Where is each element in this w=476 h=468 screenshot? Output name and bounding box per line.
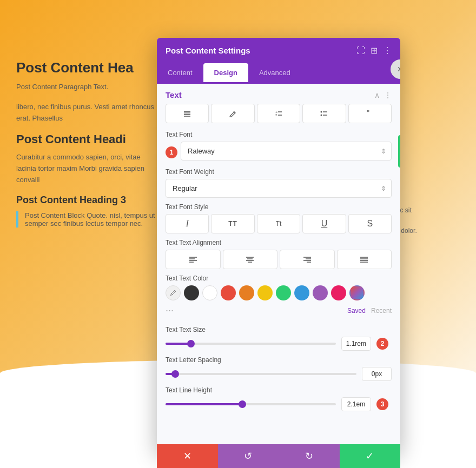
svg-point-10 bbox=[321, 111, 322, 113]
text-font-style-label: Text Font Style bbox=[166, 203, 392, 211]
align-justify-btn[interactable] bbox=[337, 250, 392, 269]
blockquote-format-btn[interactable]: " bbox=[348, 104, 392, 123]
confirm-button[interactable]: ✓ bbox=[340, 444, 401, 468]
modal-header-icons: ⛶ ⊞ ⋮ bbox=[356, 45, 392, 56]
recent-label[interactable]: Recent bbox=[371, 307, 392, 315]
letter-spacing-slider-thumb[interactable] bbox=[171, 370, 179, 378]
modal-title: Post Content Settings bbox=[166, 46, 250, 55]
color-swatch-red[interactable] bbox=[221, 285, 236, 300]
text-size-slider-thumb[interactable] bbox=[187, 340, 195, 347]
bg-heading-1: Post Content Hea bbox=[16, 59, 157, 76]
svg-text:2.: 2. bbox=[275, 113, 278, 117]
uppercase-btn[interactable]: TT bbox=[211, 214, 254, 233]
line-height-value[interactable]: 2.1em bbox=[341, 397, 371, 411]
strikethrough-btn[interactable]: S bbox=[348, 214, 392, 233]
color-swatch-yellow[interactable] bbox=[257, 285, 273, 300]
align-right-btn[interactable] bbox=[280, 250, 335, 269]
bg-heading-2: Post Content Headi bbox=[16, 132, 157, 146]
font-style-buttons-row: I TT Tt U S bbox=[166, 214, 392, 233]
fullscreen-icon[interactable]: ⛶ bbox=[356, 46, 365, 56]
svg-point-12 bbox=[321, 115, 322, 116]
underline-btn[interactable]: U bbox=[302, 214, 346, 233]
text-size-row: 1.1rem 2 bbox=[166, 337, 392, 351]
format-buttons-row: 1.2. " bbox=[166, 104, 392, 123]
text-font-select-wrapper: 1 Raleway Arial Georgia ⇕ bbox=[166, 142, 392, 163]
more-options-icon[interactable]: ⋮ bbox=[383, 45, 392, 56]
color-swatch-black[interactable] bbox=[184, 285, 199, 300]
undo-button[interactable]: ↺ bbox=[218, 444, 279, 468]
text-font-label: Text Font bbox=[166, 131, 392, 138]
svg-text:": " bbox=[367, 109, 369, 117]
bg-paragraph-1: Post Content Paragraph Text. bbox=[16, 82, 157, 93]
line-height-slider-thumb[interactable] bbox=[239, 400, 246, 408]
step-badge-2: 2 bbox=[376, 338, 388, 350]
color-swatch-purple[interactable] bbox=[313, 285, 328, 300]
step-badge-1: 1 bbox=[166, 146, 177, 158]
text-font-weight-label: Text Font Weight bbox=[166, 168, 392, 176]
more-colors-btn[interactable]: ··· bbox=[166, 305, 174, 316]
text-size-value[interactable]: 1.1rem bbox=[341, 337, 371, 351]
modal: ✕ Post Content Settings ⛶ ⊞ ⋮ Content De… bbox=[157, 38, 400, 451]
text-size-label: Text Text Size bbox=[166, 326, 392, 333]
color-swatch-blue[interactable] bbox=[294, 285, 309, 300]
section-title: Text bbox=[166, 90, 182, 99]
font-select-container: Raleway Arial Georgia ⇕ bbox=[181, 142, 392, 161]
italic-btn[interactable]: I bbox=[166, 214, 209, 233]
tab-design[interactable]: Design bbox=[203, 63, 248, 82]
section-more-icon[interactable]: ⋮ bbox=[384, 91, 392, 99]
tab-content[interactable]: Content bbox=[157, 63, 203, 82]
text-font-weight-select[interactable]: Regular Bold Light bbox=[166, 179, 392, 198]
color-swatch-pink[interactable] bbox=[331, 285, 346, 300]
cancel-button[interactable]: ✕ bbox=[157, 444, 218, 468]
section-header: Text ∧ ⋮ bbox=[166, 84, 392, 104]
align-center-btn[interactable] bbox=[223, 250, 278, 269]
color-saved-row: ··· Saved Recent bbox=[166, 304, 392, 320]
text-size-slider-track[interactable] bbox=[166, 343, 336, 345]
collapse-icon[interactable]: ∧ bbox=[374, 91, 380, 99]
grid-icon[interactable]: ⊞ bbox=[371, 45, 378, 56]
line-height-label: Text Line Height bbox=[166, 386, 392, 394]
tab-advanced[interactable]: Advanced bbox=[248, 63, 301, 82]
text-font-select[interactable]: Raleway Arial Georgia bbox=[181, 142, 392, 161]
alignment-buttons-row bbox=[166, 250, 392, 269]
edit-format-btn[interactable] bbox=[211, 104, 254, 123]
align-left-btn[interactable] bbox=[166, 250, 221, 269]
green-bar-decoration bbox=[398, 135, 400, 168]
modal-tabs: Content Design Advanced bbox=[157, 63, 400, 84]
eyedropper-btn[interactable] bbox=[166, 285, 181, 300]
capitalize-btn[interactable]: Tt bbox=[257, 214, 300, 233]
saved-recent-labels: Saved Recent bbox=[347, 307, 392, 315]
letter-spacing-value[interactable]: 0px bbox=[362, 367, 392, 381]
color-swatch-green[interactable] bbox=[276, 285, 291, 300]
bg-heading-3: Post Content Heading 3 bbox=[16, 195, 157, 206]
color-swatches-row bbox=[166, 285, 392, 300]
line-height-row: 2.1em 3 bbox=[166, 397, 392, 411]
step-badge-3: 3 bbox=[376, 398, 388, 410]
bg-blockquote: Post Content Block Quote. nisl, tempus u… bbox=[16, 211, 157, 228]
color-swatch-gradient[interactable] bbox=[349, 285, 365, 300]
color-swatch-white[interactable] bbox=[202, 285, 217, 300]
text-alignment-label: Text Text Alignment bbox=[166, 239, 392, 246]
modal-header: Post Content Settings ⛶ ⊞ ⋮ bbox=[157, 38, 400, 63]
ordered-list-format-btn[interactable]: 1.2. bbox=[257, 104, 300, 123]
letter-spacing-label: Text Letter Spacing bbox=[166, 356, 392, 364]
modal-body: Text ∧ ⋮ 1.2. " Text Font bbox=[157, 84, 400, 451]
background-content: Post Content Hea Post Content Paragraph … bbox=[0, 43, 173, 244]
redo-button[interactable]: ↻ bbox=[279, 444, 340, 468]
letter-spacing-slider-track[interactable] bbox=[166, 373, 356, 375]
text-color-label: Text Text Color bbox=[166, 275, 392, 282]
saved-label[interactable]: Saved bbox=[347, 307, 366, 315]
line-height-slider-track[interactable] bbox=[166, 403, 336, 405]
paragraph-format-btn[interactable] bbox=[166, 104, 209, 123]
letter-spacing-row: 0px bbox=[166, 367, 392, 381]
bg-paragraph-2: Curabitur a commodo sapien, orci, vitae … bbox=[16, 152, 157, 185]
section-header-icons: ∧ ⋮ bbox=[374, 91, 392, 99]
unordered-list-format-btn[interactable] bbox=[302, 104, 346, 123]
modal-footer: ✕ ↺ ↻ ✓ bbox=[157, 444, 400, 468]
line-height-slider-fill bbox=[166, 403, 242, 405]
color-swatch-orange[interactable] bbox=[239, 285, 254, 300]
font-weight-select-wrapper: Regular Bold Light ⇕ bbox=[166, 179, 392, 198]
bg-paragraph-1b: libero, nec finibus purus. Vesti amet rh… bbox=[16, 102, 157, 124]
